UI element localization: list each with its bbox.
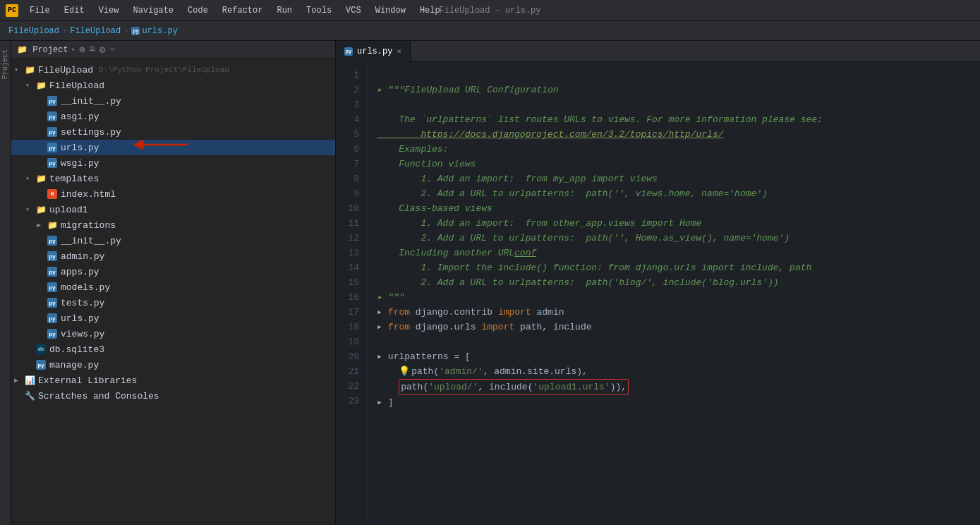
tree-label-db: db.sqlite3	[49, 344, 104, 355]
breadcrumb: FileUpload › FileUpload › py urls.py	[0, 21, 980, 41]
folder-icon-migrations: 📁	[47, 219, 58, 231]
arrow-scratch	[14, 392, 24, 400]
code-line-11: 2. Add a URL to urlpatterns: path('', Ho…	[377, 233, 790, 243]
py-icon-models: py	[47, 282, 58, 293]
tree-item-fileupload-root[interactable]: ▾ 📁 FileUpload D:\Python Project\FileUpl…	[11, 62, 335, 78]
collapse-icon[interactable]: ≡	[89, 44, 95, 56]
tree-item-apps-py[interactable]: py apps.py	[11, 264, 335, 279]
tree-label-urls: urls.py	[61, 143, 99, 153]
breadcrumb-file[interactable]: py urls.py	[131, 26, 177, 36]
filter-icon[interactable]: ⚙	[99, 44, 105, 56]
code-editor[interactable]: 1 2 3 4 5 6 7 8 9 10 11 12 13 14 15 16 1…	[336, 62, 980, 525]
line-num-1: 1	[336, 68, 359, 83]
line-num-18: 18	[336, 320, 359, 334]
tree-item-wsgi-py[interactable]: py wsgi.py	[11, 155, 335, 171]
breadcrumb-pkg[interactable]: FileUpload	[70, 26, 121, 36]
sidebar-tree: ▾ 📁 FileUpload D:\Python Project\FileUpl…	[11, 59, 335, 525]
tree-label-tests: tests.py	[61, 298, 104, 308]
tab-urls-py[interactable]: py urls.py ✕	[336, 41, 411, 62]
tree-label-wsgi: wsgi.py	[61, 158, 99, 169]
tree-item-templates[interactable]: ▾ 📁 templates	[11, 171, 335, 186]
tree-item-index-html[interactable]: H index.html	[11, 186, 335, 202]
tree-item-asgi-py[interactable]: py asgi.py	[11, 109, 335, 124]
line-num-5: 5	[336, 127, 359, 142]
menu-view[interactable]: View	[93, 4, 125, 17]
code-line-13: 1. Import the include() function: from d…	[377, 262, 811, 273]
arrow-ext: ▶	[14, 376, 24, 385]
code-line-6: Function views	[377, 159, 476, 169]
sqlite-icon: db	[35, 344, 47, 355]
code-line-15: ▸"""	[377, 292, 404, 303]
tree-item-tests-py[interactable]: py tests.py	[11, 295, 335, 310]
tree-item-urls-py[interactable]: py urls.py	[11, 140, 335, 155]
py-icon-tests: py	[47, 297, 58, 308]
tree-label-index-html: index.html	[61, 189, 116, 200]
line-num-3: 3	[336, 97, 359, 112]
code-content[interactable]: ▸"""FileUpload URL Configuration The `ur…	[368, 62, 980, 525]
py-icon-manage: py	[35, 359, 47, 370]
tree-item-ext-libs[interactable]: ▶ 📊 External Libraries	[11, 373, 335, 388]
folder-icon-templates: 📁	[35, 173, 47, 184]
menu-file[interactable]: File	[24, 4, 56, 17]
editor-area: py urls.py ✕ 1 2 3 4 5 6 7 8 9 10 11 12 …	[336, 41, 980, 525]
html-icon-index: H	[47, 188, 58, 200]
left-strip: Project	[0, 41, 11, 525]
tree-item-scratches[interactable]: 🔧 Scratches and Consoles	[11, 388, 335, 404]
tree-item-upload1[interactable]: ▾ 📁 upload1	[11, 202, 335, 217]
tree-label-migrations: migrations	[61, 220, 116, 231]
arrow-urls-2	[37, 315, 47, 322]
tree-item-admin-py[interactable]: py admin.py	[11, 248, 335, 264]
breadcrumb-file-icon: py	[131, 27, 140, 35]
tree-item-models-py[interactable]: py models.py	[11, 279, 335, 295]
tree-item-settings-py[interactable]: py settings.py	[11, 124, 335, 140]
menu-edit[interactable]: Edit	[59, 4, 90, 17]
menu-window[interactable]: Window	[370, 4, 411, 17]
code-line-9: Class-based views	[377, 203, 492, 214]
py-icon-urls-2: py	[47, 313, 58, 324]
tab-close-button[interactable]: ✕	[397, 47, 401, 56]
menu-code[interactable]: Code	[182, 4, 214, 17]
code-line-14: 2. Add a URL to urlpatterns: path('blog/…	[377, 277, 779, 288]
titlebar: PC File Edit View Navigate Code Refactor…	[0, 0, 980, 21]
arrow-admin	[37, 253, 47, 260]
code-line-4: https://docs.djangoproject.com/en/3.2/to…	[377, 129, 723, 140]
sidebar: 📁 Project ▾ ⊕ ≡ ⚙ − ▾ 📁 FileUpload D:\Py…	[11, 41, 336, 525]
tree-item-init-py-1[interactable]: py __init__.py	[11, 93, 335, 109]
line-num-10: 10	[336, 201, 359, 216]
tree-item-urls-py-2[interactable]: py urls.py	[11, 310, 335, 326]
menu-tools[interactable]: Tools	[301, 4, 337, 17]
tree-label-views: views.py	[61, 329, 104, 339]
menu-run[interactable]: Run	[271, 4, 298, 17]
locate-icon[interactable]: ⊕	[79, 44, 85, 56]
breadcrumb-sep1: ›	[62, 26, 67, 36]
py-icon-asgi: py	[47, 111, 58, 122]
line-num-2: 2	[336, 83, 359, 97]
minimize-icon[interactable]: −	[109, 44, 115, 56]
menu-refactor[interactable]: Refactor	[217, 4, 269, 17]
menu-vcs[interactable]: VCS	[340, 4, 367, 17]
tree-item-init-py-2[interactable]: py __init__.py	[11, 233, 335, 248]
line-numbers: 1 2 3 4 5 6 7 8 9 10 11 12 13 14 15 16 1…	[336, 62, 368, 525]
tree-label-fileupload-root: FileUpload	[38, 65, 93, 76]
code-line-1: ▸"""FileUpload URL Configuration	[377, 85, 559, 95]
project-dropdown[interactable]: 📁 Project ▾	[17, 44, 75, 55]
breadcrumb-root[interactable]: FileUpload	[8, 26, 59, 36]
line-num-12: 12	[336, 231, 359, 246]
arrow-models	[37, 284, 47, 291]
tab-bar: py urls.py ✕	[336, 41, 980, 62]
tree-label-init-2: __init__.py	[61, 236, 121, 246]
folder-icon-fileupload-pkg: 📁	[35, 80, 47, 91]
menu-navigate[interactable]: Navigate	[127, 4, 179, 17]
tree-label-settings: settings.py	[61, 127, 121, 138]
code-line-8: 2. Add a URL to urlpatterns: path('', vi…	[377, 188, 768, 199]
line-num-14: 14	[336, 260, 359, 275]
tree-item-views-py[interactable]: py views.py	[11, 326, 335, 342]
tree-item-db-sqlite[interactable]: db db.sqlite3	[11, 342, 335, 357]
tree-label-scratches: Scratches and Consoles	[38, 391, 159, 402]
tree-item-fileupload-pkg[interactable]: ▾ 📁 FileUpload	[11, 78, 335, 93]
arrow-init-1	[37, 97, 47, 105]
tree-item-manage-py[interactable]: py manage.py	[11, 357, 335, 373]
arrow-apps	[37, 268, 47, 276]
tree-item-migrations[interactable]: ▶ 📁 migrations	[11, 217, 335, 233]
py-icon-init-1: py	[47, 95, 58, 107]
